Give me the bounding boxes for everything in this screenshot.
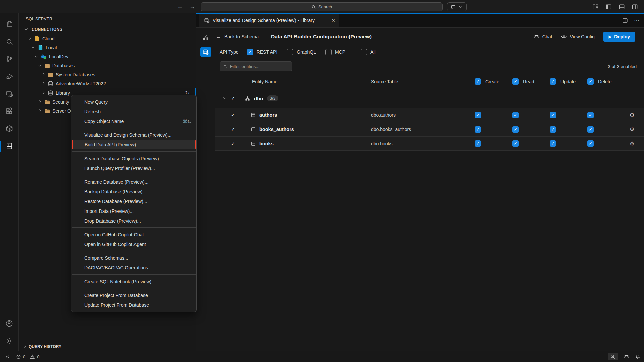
copilot-status-icon[interactable] bbox=[623, 354, 630, 360]
checkbox-checked-icon[interactable] bbox=[512, 126, 519, 133]
menu-item-open-copilot-chat[interactable]: Open in GitHub Copilot Chat bbox=[71, 230, 196, 239]
row-checkbox-delete[interactable] bbox=[582, 112, 620, 118]
extensions-icon[interactable] bbox=[0, 103, 19, 120]
checkbox-checked-icon[interactable] bbox=[550, 112, 556, 118]
column-header-update[interactable]: Update bbox=[545, 78, 582, 85]
schema-group-row-dbo[interactable]: dbo 3/3 bbox=[215, 89, 644, 108]
remote-explorer-icon[interactable] bbox=[0, 85, 19, 103]
problems-indicator[interactable]: 0 0 bbox=[16, 354, 39, 359]
checkbox-checked-icon[interactable] bbox=[512, 78, 519, 85]
copilot-menu-button[interactable] bbox=[447, 2, 467, 11]
more-actions-icon[interactable]: ··· bbox=[183, 16, 190, 22]
database-projects-icon[interactable] bbox=[0, 137, 19, 155]
chevron-down-icon[interactable] bbox=[222, 96, 228, 101]
run-and-debug-icon[interactable] bbox=[0, 68, 19, 85]
filter-entities-input[interactable] bbox=[220, 61, 292, 71]
checkbox-checked-icon[interactable] bbox=[512, 140, 519, 147]
menu-item-create-sql-notebook[interactable]: Create SQL Notebook (Preview) bbox=[71, 277, 196, 286]
menu-item-dacpac-bacpac-operations[interactable]: DACPAC/BACPAC Operations... bbox=[71, 263, 196, 273]
checkbox-checked-icon[interactable] bbox=[475, 78, 481, 85]
checkbox-mcp[interactable]: MCP bbox=[325, 49, 345, 55]
schema-diagram-view-icon[interactable] bbox=[200, 32, 211, 43]
menu-item-backup-database[interactable]: Backup Database (Preview)... bbox=[71, 187, 196, 196]
chat-button[interactable]: Chat bbox=[533, 34, 552, 40]
back-to-schema-button[interactable]: ← Back to Schema bbox=[216, 33, 259, 40]
menu-item-refresh[interactable]: Refresh bbox=[71, 107, 196, 116]
entity-settings-gear-icon[interactable]: ⚙ bbox=[629, 126, 634, 133]
containers-icon[interactable] bbox=[0, 120, 19, 137]
table-row-authors[interactable]: authors dbo.authors ⚙ bbox=[215, 108, 644, 122]
zoom-in-status-button[interactable] bbox=[608, 353, 618, 360]
tree-item-system-databases[interactable]: System Databases bbox=[19, 70, 196, 79]
customize-layout-icon[interactable] bbox=[592, 4, 599, 10]
checkbox-checked-icon[interactable] bbox=[587, 78, 594, 85]
checkbox-checked-icon[interactable] bbox=[230, 141, 230, 147]
table-row-books[interactable]: books dbo.books ⚙ bbox=[215, 136, 644, 151]
toggle-secondary-sidebar-icon[interactable] bbox=[632, 4, 638, 10]
explorer-icon[interactable] bbox=[0, 15, 19, 33]
checkbox-checked-icon[interactable] bbox=[550, 126, 556, 133]
row-checkbox-read[interactable] bbox=[507, 112, 545, 118]
more-actions-icon[interactable]: ··· bbox=[634, 18, 639, 24]
checkbox-checked-icon[interactable] bbox=[550, 78, 556, 85]
row-checkbox-create[interactable] bbox=[470, 112, 507, 118]
checkbox-checked-icon[interactable] bbox=[550, 140, 556, 147]
menu-item-open-copilot-agent[interactable]: Open in GitHub Copilot Agent bbox=[71, 239, 196, 249]
menu-item-launch-query-profiler[interactable]: Launch Query Profiler (Preview)... bbox=[71, 163, 196, 173]
row-checkbox-read[interactable] bbox=[507, 126, 545, 133]
checkbox-checked-icon[interactable] bbox=[587, 126, 594, 133]
checkbox-checked-icon[interactable] bbox=[475, 140, 481, 147]
source-control-icon[interactable] bbox=[0, 50, 19, 68]
checkbox-checked-icon[interactable] bbox=[230, 95, 230, 101]
checkbox-checked-icon[interactable] bbox=[230, 126, 230, 132]
filter-entities-field[interactable] bbox=[230, 64, 288, 69]
split-editor-icon[interactable] bbox=[622, 18, 628, 23]
menu-item-copy-object-name[interactable]: Copy Object Name⌘C bbox=[71, 116, 196, 126]
column-header-read[interactable]: Read bbox=[507, 78, 545, 85]
tree-section-connections[interactable]: CONNECTIONS bbox=[19, 25, 196, 34]
view-config-button[interactable]: View Config bbox=[561, 34, 594, 40]
row-checkbox-read[interactable] bbox=[507, 140, 545, 147]
settings-gear-icon[interactable] bbox=[0, 332, 19, 350]
column-header-create[interactable]: Create bbox=[470, 78, 507, 85]
row-checkbox-delete[interactable] bbox=[582, 126, 620, 133]
menu-item-rename-database[interactable]: Rename Database (Preview)... bbox=[71, 177, 196, 187]
tab-visualize-design-schema[interactable]: Visualize and Design Schema (Preview) - … bbox=[199, 13, 339, 27]
tree-item-databases[interactable]: Databases bbox=[19, 61, 196, 70]
menu-item-compare-schemas[interactable]: Compare Schemas... bbox=[71, 253, 196, 263]
nav-back-icon[interactable]: ← bbox=[177, 3, 183, 10]
menu-item-import-data[interactable]: Import Data (Preview)... bbox=[71, 206, 196, 216]
checkbox-checked-icon[interactable] bbox=[587, 140, 594, 147]
row-checkbox-create[interactable] bbox=[470, 126, 507, 133]
row-checkbox-update[interactable] bbox=[545, 112, 582, 118]
nav-forward-icon[interactable]: → bbox=[189, 3, 195, 10]
table-row-books-authors[interactable]: books_authors dbo.books_authors ⚙ bbox=[215, 122, 644, 136]
checkbox-checked-icon[interactable] bbox=[475, 126, 481, 133]
checkbox-checked-icon[interactable] bbox=[587, 112, 594, 118]
menu-item-new-query[interactable]: New Query bbox=[71, 97, 196, 107]
menu-item-visualize-design-schema[interactable]: Visualize and Design Schema (Preview)... bbox=[71, 130, 196, 140]
deploy-button[interactable]: ▶ Deploy bbox=[603, 32, 635, 42]
checkbox-rest-api[interactable]: REST API bbox=[247, 49, 278, 55]
search-view-icon[interactable] bbox=[0, 33, 19, 50]
checkbox-checked-icon[interactable] bbox=[475, 112, 481, 118]
row-checkbox-update[interactable] bbox=[545, 126, 582, 133]
toggle-panel-icon[interactable] bbox=[619, 4, 625, 10]
menu-item-restore-database[interactable]: Restore Database (Preview)... bbox=[71, 196, 196, 206]
checkbox-checked-icon[interactable] bbox=[230, 112, 230, 118]
menu-item-search-database-objects[interactable]: Search Database Objects (Preview)... bbox=[71, 154, 196, 163]
toggle-primary-sidebar-icon[interactable] bbox=[605, 4, 612, 10]
menu-item-update-project-from-database[interactable]: Update Project From Database bbox=[71, 300, 196, 310]
data-api-builder-view-icon[interactable] bbox=[200, 47, 211, 57]
checkbox-graphql[interactable]: GraphQL bbox=[287, 49, 316, 55]
column-header-delete[interactable]: Delete bbox=[582, 78, 620, 85]
entity-settings-gear-icon[interactable]: ⚙ bbox=[629, 140, 634, 147]
menu-item-drop-database[interactable]: Drop Database (Preview)... bbox=[71, 216, 196, 226]
close-tab-icon[interactable]: ✕ bbox=[331, 18, 335, 23]
row-checkbox-create[interactable] bbox=[470, 140, 507, 147]
menu-item-create-project-from-database[interactable]: Create Project From Database bbox=[71, 290, 196, 300]
tree-item-adventureworkslt2022[interactable]: AdventureWorksLT2022 bbox=[19, 79, 196, 88]
checkbox-all[interactable]: All bbox=[361, 49, 376, 55]
account-icon[interactable] bbox=[0, 315, 19, 332]
row-checkbox-delete[interactable] bbox=[582, 140, 620, 147]
